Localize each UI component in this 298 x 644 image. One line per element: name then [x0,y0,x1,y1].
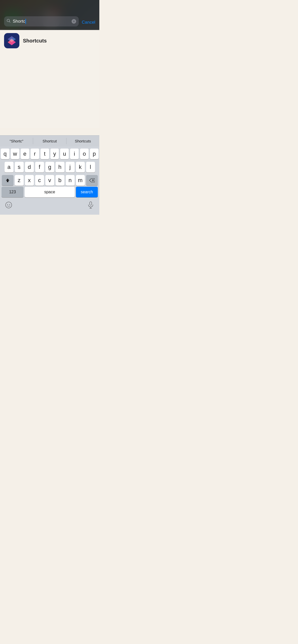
key-n[interactable]: n [66,175,75,186]
key-w[interactable]: w [11,149,19,159]
key-l[interactable]: l [86,162,95,172]
search-results-area: Shortcuts [0,30,99,128]
predictive-bar: "Shortc" Shortcut Shortcuts [0,135,99,147]
shortcuts-result-item[interactable]: Shortcuts [0,30,99,51]
key-m[interactable]: m [76,175,85,186]
key-e[interactable]: e [21,149,29,159]
svg-point-11 [9,204,10,205]
search-bar[interactable]: Shortc [4,16,79,26]
svg-point-9 [6,202,12,208]
predictive-item-shortcuts[interactable]: Shortcuts [66,136,99,147]
key-b[interactable]: b [56,175,64,186]
space-key[interactable]: space [25,187,75,197]
search-header: Shortc Cancel [0,0,99,30]
key-v[interactable]: v [45,175,54,186]
keyboard-bottom-bar [0,198,99,213]
text-cursor [25,19,26,24]
key-i[interactable]: i [70,149,79,159]
key-row-2: a s d f g h j k l [1,162,99,172]
key-h[interactable]: h [56,162,64,172]
key-k[interactable]: k [76,162,85,172]
key-y[interactable]: y [50,149,59,159]
cancel-button[interactable]: Cancel [82,18,95,26]
predictive-item-quoted[interactable]: "Shortc" [0,136,33,147]
key-c[interactable]: c [35,175,44,186]
key-g[interactable]: g [45,162,54,172]
key-u[interactable]: u [60,149,69,159]
key-a[interactable]: a [5,162,13,172]
search-icon [7,19,11,24]
key-row-3: z x c v b n m [1,175,99,186]
shortcuts-app-icon [4,33,19,48]
search-input[interactable]: Shortc [13,19,70,24]
key-o[interactable]: o [80,149,89,159]
key-j[interactable]: j [66,162,75,172]
key-z[interactable]: z [15,175,24,186]
key-f[interactable]: f [35,162,44,172]
clear-button[interactable] [72,19,76,24]
shift-key[interactable] [2,175,13,186]
keyboard: "Shortc" Shortcut Shortcuts q w e r t y … [0,135,99,215]
search-key[interactable]: search [76,187,98,197]
key-p[interactable]: p [90,149,99,159]
key-t[interactable]: t [40,149,49,159]
key-x[interactable]: x [25,175,34,186]
numbers-key[interactable]: 123 [2,187,23,197]
key-d[interactable]: d [25,162,34,172]
svg-point-10 [7,204,8,205]
key-row-1: q w e r t y u i o p [1,149,99,159]
shortcuts-app-name: Shortcuts [23,38,47,44]
emoji-button[interactable] [4,200,13,210]
key-rows: q w e r t y u i o p a s d f g h j k l [0,147,99,187]
key-r[interactable]: r [31,149,39,159]
search-input-text: Shortc [13,19,25,24]
key-s[interactable]: s [15,162,24,172]
delete-key[interactable] [86,175,98,186]
bottom-key-row: 123 space search [0,187,99,198]
key-q[interactable]: q [1,149,9,159]
svg-rect-12 [90,202,92,205]
microphone-button[interactable] [86,200,95,210]
predictive-item-shortcut[interactable]: Shortcut [33,136,66,147]
